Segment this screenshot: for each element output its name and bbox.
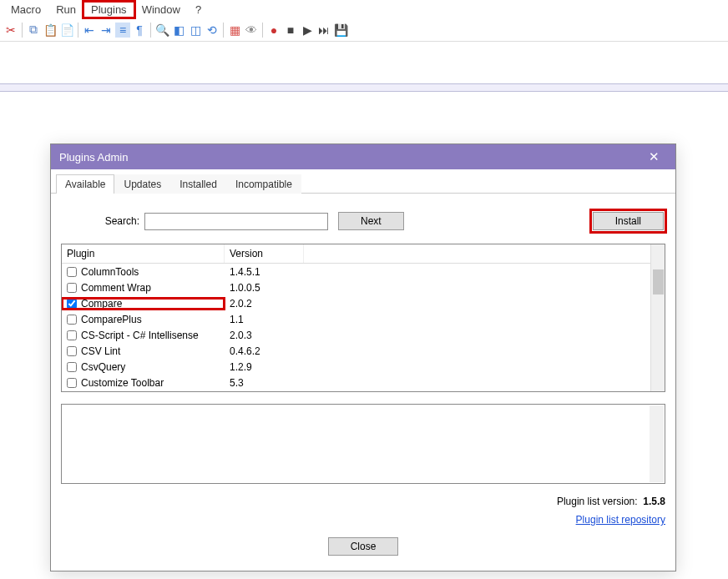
bookmark-icon[interactable]: ◧ <box>171 23 186 38</box>
menu-plugins[interactable]: Plugins <box>83 2 134 18</box>
col-header-rest <box>304 244 650 263</box>
table-row[interactable]: CsvQuery1.2.9 <box>62 359 650 375</box>
wrap-icon[interactable]: ≡ <box>115 23 130 38</box>
folder-icon[interactable]: ▦ <box>227 23 242 38</box>
plugin-list: Plugin Version ColumnTools1.4.5.1Comment… <box>61 244 665 392</box>
sync-icon[interactable]: ⟲ <box>205 23 220 38</box>
plugin-checkbox[interactable] <box>67 330 77 340</box>
tab-installed[interactable]: Installed <box>170 174 226 194</box>
play-icon[interactable]: ▶ <box>300 23 315 38</box>
tab-incompatible[interactable]: Incompatible <box>226 174 301 194</box>
toolbar-separator <box>223 23 224 38</box>
scrollbar[interactable] <box>650 405 664 482</box>
search-label: Search: <box>61 215 144 227</box>
outdent-icon[interactable]: ⇥ <box>99 23 114 38</box>
plugin-name: Customize Toolbar <box>81 377 164 389</box>
description-box <box>61 404 665 484</box>
toolbar-separator <box>78 23 78 38</box>
scrollbar-thumb[interactable] <box>653 269 664 295</box>
tab-updates[interactable]: Updates <box>114 174 170 194</box>
divider-strip <box>0 83 728 92</box>
menu-window[interactable]: Window <box>134 2 188 18</box>
plugin-version: 2.0.2 <box>225 298 304 310</box>
toolbar-separator <box>22 23 23 38</box>
plugin-version: 0.4.6.2 <box>225 345 304 357</box>
close-icon[interactable]: ✕ <box>640 149 667 164</box>
scrollbar[interactable] <box>650 244 665 391</box>
plugin-version: 1.4.5.1 <box>225 266 304 278</box>
plugin-version: 2.0.3 <box>225 330 304 341</box>
split-icon[interactable]: ◫ <box>188 23 203 38</box>
table-row[interactable]: ColumnTools1.4.5.1 <box>62 264 650 279</box>
save-macro-icon[interactable]: 💾 <box>333 23 348 38</box>
plugin-name: CS-Script - C# Intellisense <box>81 330 199 341</box>
plugin-checkbox[interactable] <box>67 315 77 325</box>
menubar: Macro Run Plugins Window ? <box>0 0 728 18</box>
install-button[interactable]: Install <box>593 212 664 230</box>
search-input[interactable] <box>144 213 328 230</box>
record-icon[interactable]: ● <box>266 23 281 38</box>
plugin-version: 1.0.0.5 <box>225 282 304 294</box>
plugin-name: Comment Wrap <box>81 282 151 294</box>
close-button[interactable]: Close <box>328 537 399 556</box>
version-value: 1.5.8 <box>643 496 665 507</box>
plugin-checkbox[interactable] <box>67 346 77 356</box>
menu-macro[interactable]: Macro <box>3 2 48 18</box>
version-label: Plugin list version: <box>557 496 638 507</box>
plugin-checkbox[interactable] <box>67 299 77 309</box>
menu-help[interactable]: ? <box>188 2 209 18</box>
table-row[interactable]: Comment Wrap1.0.0.5 <box>62 279 650 295</box>
plugin-name: Compare <box>81 298 122 310</box>
table-row[interactable]: CS-Script - C# Intellisense2.0.3 <box>62 327 650 343</box>
paste-icon[interactable]: 📋 <box>43 23 58 38</box>
tabs: Available Updates Installed Incompatible <box>51 169 675 194</box>
list-header: Plugin Version <box>62 244 650 264</box>
plugin-checkbox[interactable] <box>67 362 77 372</box>
plugin-name: ComparePlus <box>81 314 142 325</box>
repo-link[interactable]: Plugin list repository <box>576 514 665 526</box>
menu-run[interactable]: Run <box>48 2 83 18</box>
toolbar-separator <box>262 23 263 38</box>
plugin-version: 1.2.9 <box>225 361 304 373</box>
plugin-version: 5.3 <box>225 377 304 389</box>
tab-available[interactable]: Available <box>56 174 114 194</box>
plugin-checkbox[interactable] <box>67 267 77 277</box>
copy-icon[interactable]: ⧉ <box>26 23 41 38</box>
stop-icon[interactable]: ■ <box>283 23 298 38</box>
version-line: Plugin list version: 1.5.8 <box>61 496 665 507</box>
dialog-title: Plugins Admin <box>59 151 128 164</box>
table-row[interactable]: Compare2.0.2 <box>62 295 650 311</box>
plugin-version: 1.1 <box>225 314 304 325</box>
cut-icon[interactable]: ✂ <box>3 23 18 38</box>
document-area <box>0 42 728 83</box>
search-icon[interactable]: 🔍 <box>154 23 169 38</box>
clipboard-icon[interactable]: 📄 <box>59 23 74 38</box>
fastfwd-icon[interactable]: ⏭ <box>316 23 331 38</box>
next-button[interactable]: Next <box>338 212 404 230</box>
col-header-version[interactable]: Version <box>225 244 304 263</box>
toolbar-separator <box>150 23 151 38</box>
indent-icon[interactable]: ⇤ <box>82 23 97 38</box>
plugin-name: ColumnTools <box>81 266 139 278</box>
plugin-checkbox[interactable] <box>67 283 77 293</box>
plugin-name: CsvQuery <box>81 361 125 373</box>
table-row[interactable]: ComparePlus1.1 <box>62 311 650 327</box>
col-header-plugin[interactable]: Plugin <box>62 244 225 263</box>
titlebar[interactable]: Plugins Admin ✕ <box>51 144 675 169</box>
search-row: Search: Next Install <box>61 210 665 232</box>
table-row[interactable]: Customize Toolbar5.3 <box>62 375 650 390</box>
toolbar: ✂ ⧉ 📋 📄 ⇤ ⇥ ≡ ¶ 🔍 ◧ ◫ ⟲ ▦ 👁 ● ■ ▶ ⏭ 💾 <box>0 18 728 42</box>
plugin-name: CSV Lint <box>81 345 120 357</box>
table-row[interactable]: CSV Lint0.4.6.2 <box>62 343 650 359</box>
plugin-checkbox[interactable] <box>67 378 77 388</box>
monitor-icon[interactable]: 👁 <box>244 23 259 38</box>
guides-icon[interactable]: ¶ <box>132 23 147 38</box>
plugins-admin-dialog: Plugins Admin ✕ Available Updates Instal… <box>50 143 676 571</box>
